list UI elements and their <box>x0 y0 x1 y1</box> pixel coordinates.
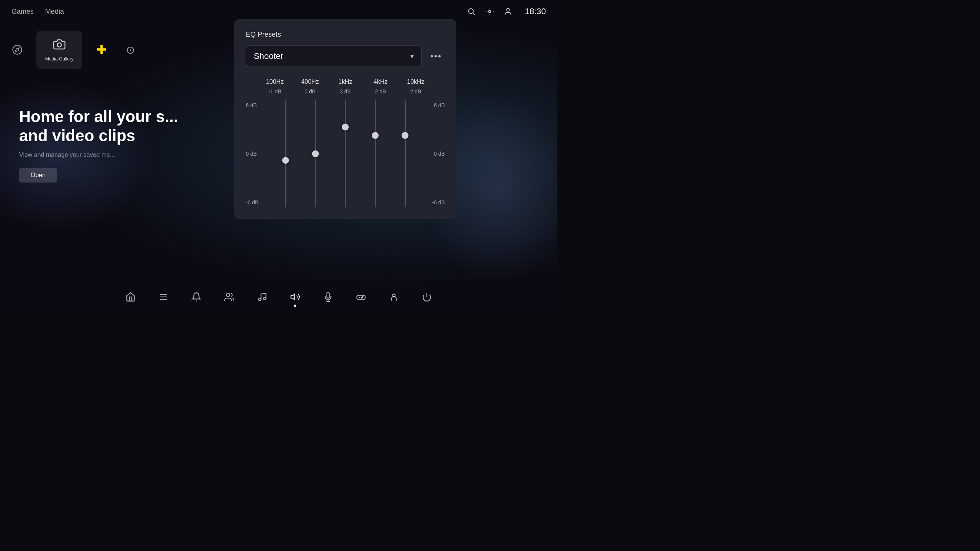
svg-point-20 <box>361 297 362 298</box>
freq-label-4: 10kHz <box>402 78 429 85</box>
home-icon[interactable] <box>124 290 137 304</box>
eq-more-button[interactable] <box>426 47 445 65</box>
explore-icon[interactable] <box>8 40 27 59</box>
audio-volume-icon[interactable] <box>288 290 302 304</box>
db-val-0: -1 dB <box>261 88 288 95</box>
scale-top-right: 6 dB <box>434 102 445 108</box>
svg-point-10 <box>226 293 230 297</box>
hero-title: Home for all your s...and video clips <box>19 107 178 146</box>
eq-db-labels-row: -1 dB 0 dB 3 dB 2 dB 2 dB <box>246 88 445 95</box>
bottom-bar <box>0 282 557 312</box>
slider-track-1 <box>315 100 316 207</box>
clock: 18:30 <box>525 7 546 16</box>
accessibility-icon[interactable] <box>387 290 401 304</box>
dot-3 <box>438 55 441 57</box>
eq-sliders-inner <box>263 100 428 207</box>
slider-4khz[interactable] <box>375 100 376 207</box>
hero-area: Home for all your s...and video clips Vi… <box>19 107 178 274</box>
open-button[interactable]: Open <box>19 168 57 183</box>
dot-1 <box>431 55 433 57</box>
svg-line-1 <box>473 13 475 15</box>
friends-icon[interactable] <box>222 290 236 304</box>
eq-sliders-area: 6 dB 0 dB -6 dB <box>246 100 445 207</box>
eq-scale-left: 6 dB 0 dB -6 dB <box>246 100 263 207</box>
slider-thumb-2[interactable] <box>342 124 349 130</box>
eq-scale-right: 6 dB 0 dB -6 dB <box>428 100 445 207</box>
settings-icon[interactable] <box>484 6 495 17</box>
freq-label-0: 100Hz <box>261 78 288 85</box>
freq-label-3: 4kHz <box>367 78 394 85</box>
db-val-3: 2 dB <box>367 88 394 95</box>
user-icon[interactable] <box>503 6 513 17</box>
svg-rect-16 <box>357 295 365 300</box>
media-gallery-label: Media Gallery <box>45 56 74 62</box>
svg-point-12 <box>263 297 266 300</box>
slider-thumb-1[interactable] <box>312 150 319 157</box>
freq-label-1: 400Hz <box>297 78 323 85</box>
playstation-icon[interactable]: ⊙ <box>121 40 140 59</box>
svg-point-2 <box>488 10 491 13</box>
svg-point-0 <box>469 9 474 14</box>
eq-preset-dropdown[interactable]: Shooter ▾ <box>246 46 422 67</box>
hero-subtitle: View and manage your saved me... <box>19 152 178 158</box>
svg-marker-13 <box>291 294 295 300</box>
scale-mid-right: 0 dB <box>434 151 445 157</box>
top-icons: 18:30 <box>466 6 546 17</box>
svg-point-6 <box>57 43 62 47</box>
svg-marker-5 <box>15 48 19 52</box>
nav-media[interactable]: Media <box>45 8 64 16</box>
mic-icon[interactable] <box>321 290 335 304</box>
db-val-2: 3 dB <box>332 88 359 95</box>
controller-icon[interactable] <box>354 290 368 304</box>
svg-point-11 <box>258 298 261 301</box>
dot-2 <box>434 55 437 57</box>
slider-track-0 <box>285 100 286 207</box>
slider-10khz[interactable] <box>405 100 406 207</box>
notifications-icon[interactable] <box>189 290 203 304</box>
svg-point-4 <box>13 45 21 54</box>
power-icon[interactable] <box>420 290 434 304</box>
slider-track-4 <box>405 100 406 207</box>
freq-label-2: 1kHz <box>332 78 359 85</box>
slider-400hz[interactable] <box>315 100 316 207</box>
camera-icon <box>53 38 65 53</box>
eq-modal-title: EQ Presets <box>246 31 445 39</box>
svg-point-3 <box>506 8 509 11</box>
eq-preset-label: Shooter <box>254 51 283 61</box>
top-nav: Games Media <box>11 8 64 16</box>
slider-track-2 <box>345 100 346 207</box>
slider-100hz[interactable] <box>285 100 286 207</box>
slider-thumb-3[interactable] <box>372 132 379 139</box>
scale-top-left: 6 dB <box>246 102 263 108</box>
db-val-1: 0 dB <box>297 88 323 95</box>
top-left-icons: Media Gallery ✚ ⊙ <box>8 31 140 69</box>
slider-1khz[interactable] <box>345 100 346 207</box>
more-dots <box>431 55 441 57</box>
slider-thumb-0[interactable] <box>282 157 289 164</box>
db-val-4: 2 dB <box>402 88 429 95</box>
slider-thumb-4[interactable] <box>402 132 408 139</box>
media-gallery-card[interactable]: Media Gallery <box>36 31 82 69</box>
ps-plus-icon[interactable]: ✚ <box>92 40 111 59</box>
chevron-down-icon: ▾ <box>410 52 414 60</box>
menu-icon[interactable] <box>157 290 170 304</box>
music-icon[interactable] <box>255 290 269 304</box>
scale-mid-left: 0 dB <box>246 151 263 157</box>
search-icon[interactable] <box>466 6 477 17</box>
eq-dropdown-row: Shooter ▾ <box>246 46 445 67</box>
scale-bottom-right: -6 dB <box>432 199 445 205</box>
scale-bottom-left: -6 dB <box>246 199 263 205</box>
eq-freq-labels-row: 100Hz 400Hz 1kHz 4kHz 10kHz <box>246 78 445 85</box>
nav-games[interactable]: Games <box>11 8 34 16</box>
eq-modal: EQ Presets Shooter ▾ 100Hz 400Hz 1kHz 4k… <box>234 19 456 219</box>
slider-track-3 <box>375 100 376 207</box>
